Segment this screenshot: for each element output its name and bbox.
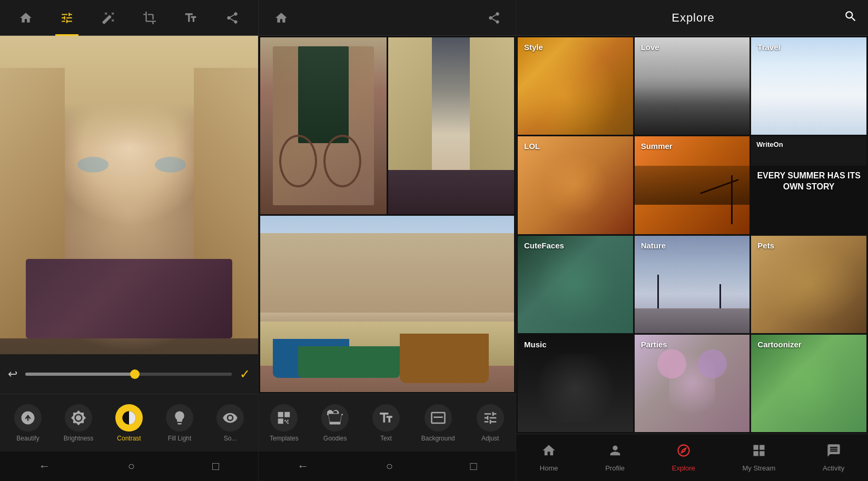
panel2-nav: ← ○ □ <box>259 452 516 481</box>
grid-cell-parties[interactable]: Parties <box>635 335 750 432</box>
mystream-nav-icon <box>752 443 766 462</box>
grid-cell-summer[interactable]: Summer <box>635 136 750 234</box>
text-icon-p2 <box>372 404 400 432</box>
panel2-share-icon[interactable] <box>482 6 506 29</box>
beautify-tool[interactable]: Beautify <box>9 402 46 445</box>
nav-profile[interactable]: Profile <box>597 440 633 475</box>
adjust-tool[interactable]: Adjust <box>472 402 509 445</box>
style-label: Style <box>524 43 543 52</box>
activity-nav-label: Activity <box>823 464 844 472</box>
nav-activity[interactable]: Activity <box>815 440 852 475</box>
grid-cell-nature[interactable]: Nature <box>635 236 750 333</box>
collage-cell-boats[interactable] <box>260 216 514 393</box>
templates-icon <box>270 404 298 432</box>
background-icon <box>425 404 452 432</box>
softfocus-label: So... <box>224 435 237 442</box>
contrast-icon <box>115 404 143 432</box>
panel2-recent-button[interactable]: □ <box>470 459 477 473</box>
templates-tool[interactable]: Templates <box>265 402 302 445</box>
grid-cell-cutefaces[interactable]: CuteFaces <box>518 236 633 333</box>
panel2-back-button[interactable]: ← <box>297 459 309 473</box>
cutefaces-label: CuteFaces <box>524 241 564 250</box>
explore-nav-label: Explore <box>672 464 695 472</box>
goodies-icon <box>321 404 349 432</box>
filllight-tool[interactable]: Fill Light <box>161 402 198 445</box>
recent-apps-button[interactable]: □ <box>212 459 219 473</box>
writeon-label: EVERY SUMMER HAS ITS OWN STORY <box>757 171 861 193</box>
brightness-tool[interactable]: Brightness <box>60 402 97 445</box>
writeon-header-label: WriteOn <box>756 141 783 148</box>
home-nav-label: Home <box>540 464 558 472</box>
undo-button[interactable]: ↩ <box>8 367 17 381</box>
home-button[interactable]: ○ <box>128 459 135 473</box>
travel-label: Travel <box>757 43 780 52</box>
grid-cell-love[interactable]: Love <box>635 37 750 135</box>
adjust-icon <box>477 404 504 432</box>
explore-panel: Explore Style Love Travel LOL <box>516 0 868 481</box>
panel1-nav: ← ○ □ <box>0 452 258 481</box>
collage-panel: Templates Goodies Text Background Adjust <box>258 0 516 481</box>
home-nav-icon <box>541 443 556 462</box>
lol-label: LOL <box>524 142 540 151</box>
photo-canvas <box>0 36 258 354</box>
cartoonizer-label: Cartoonizer <box>757 340 801 349</box>
goodies-tool[interactable]: Goodies <box>317 402 353 445</box>
grid-cell-pets[interactable]: Pets <box>751 236 866 333</box>
magic-wand-icon[interactable] <box>97 6 120 29</box>
filllight-icon <box>166 404 193 432</box>
confirm-button[interactable]: ✓ <box>240 367 250 382</box>
mystream-nav-label: My Stream <box>742 464 775 472</box>
pets-label: Pets <box>757 241 774 250</box>
nav-home[interactable]: Home <box>532 440 566 475</box>
collage-canvas <box>259 36 516 394</box>
softfocus-tool[interactable]: So... <box>212 402 249 445</box>
collage-cell-girl[interactable] <box>388 37 515 214</box>
bottom-navigation: Home Profile Explore My Stream Activity <box>516 434 868 481</box>
grid-cell-travel[interactable]: Travel <box>751 37 866 135</box>
panel2-home-button[interactable]: ○ <box>386 459 393 473</box>
softfocus-icon <box>216 404 244 432</box>
explore-header: Explore <box>516 0 868 36</box>
brightness-controls: ↩ ✓ <box>0 354 258 394</box>
collage-top-row <box>260 37 514 214</box>
panel2-tools: Templates Goodies Text Background Adjust <box>259 394 516 452</box>
back-button[interactable]: ← <box>39 459 51 473</box>
music-label: Music <box>524 340 547 349</box>
home-icon[interactable] <box>14 6 37 29</box>
summer-label: Summer <box>641 142 673 151</box>
profile-nav-label: Profile <box>605 464 625 472</box>
templates-label: Templates <box>270 435 299 442</box>
beautify-icon <box>14 404 42 432</box>
nature-label: Nature <box>641 241 666 250</box>
goodies-label: Goodies <box>323 435 347 442</box>
panel2-home-icon[interactable] <box>270 6 293 29</box>
background-label: Background <box>421 435 455 442</box>
text-tool[interactable]: Text <box>368 402 405 445</box>
profile-nav-icon <box>608 443 623 462</box>
nav-mystream[interactable]: My Stream <box>734 440 783 475</box>
crop-icon[interactable] <box>138 6 161 29</box>
text-icon[interactable] <box>179 6 202 29</box>
grid-cell-cartoonizer[interactable]: Cartoonizer <box>751 335 866 432</box>
explore-nav-icon <box>676 443 691 462</box>
adjust-sliders-icon[interactable] <box>55 6 78 29</box>
panel2-toolbar <box>259 0 516 36</box>
grid-cell-music[interactable]: Music <box>518 335 633 432</box>
grid-cell-style[interactable]: Style <box>518 37 633 135</box>
panel1-toolbar <box>0 0 258 36</box>
share-icon[interactable] <box>221 6 244 29</box>
parties-label: Parties <box>641 340 667 349</box>
grid-cell-writeon[interactable]: WriteOn EVERY SUMMER HAS ITS OWN STORY <box>751 136 866 234</box>
collage-cell-bike[interactable] <box>260 37 387 214</box>
activity-nav-icon <box>826 443 841 462</box>
photo-editor-panel: ↩ ✓ Beautify Brightness Contrast <box>0 0 258 481</box>
contrast-label: Contrast <box>117 435 141 442</box>
text-label: Text <box>380 435 392 442</box>
background-tool[interactable]: Background <box>419 402 458 445</box>
beautify-label: Beautify <box>16 435 39 442</box>
search-button[interactable] <box>844 9 857 26</box>
contrast-tool[interactable]: Contrast <box>111 402 147 445</box>
nav-explore[interactable]: Explore <box>664 440 703 475</box>
grid-cell-lol[interactable]: LOL <box>518 136 633 234</box>
contrast-slider[interactable] <box>25 373 232 376</box>
